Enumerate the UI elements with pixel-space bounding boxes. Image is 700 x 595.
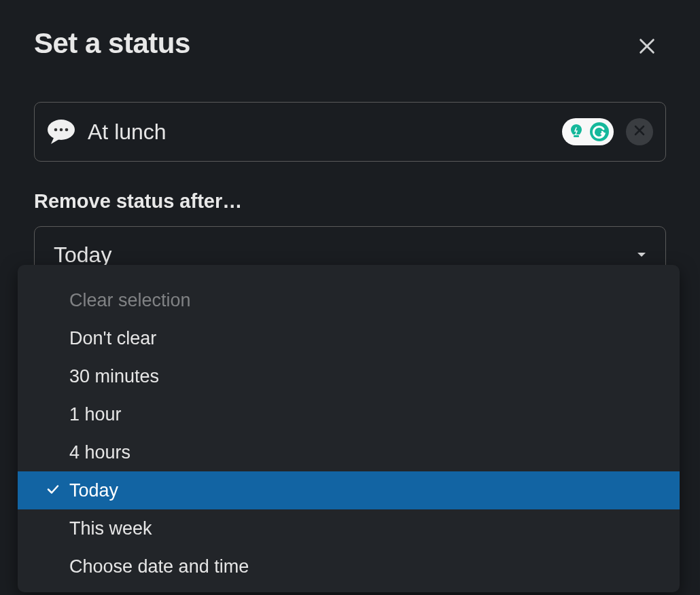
duration-select-value: Today bbox=[54, 242, 111, 268]
option-label: Today bbox=[69, 480, 118, 501]
grammarly-icon bbox=[589, 122, 610, 142]
option-4-hours[interactable]: 4 hours bbox=[18, 433, 680, 471]
option-choose-date-time[interactable]: Choose date and time bbox=[18, 547, 680, 585]
modal-title: Set a status bbox=[34, 27, 666, 60]
svg-point-5 bbox=[65, 128, 69, 132]
option-label: Don't clear bbox=[69, 328, 156, 349]
lightbulb-icon bbox=[566, 122, 587, 142]
svg-point-4 bbox=[60, 128, 63, 132]
option-label: Clear selection bbox=[69, 290, 191, 311]
duration-dropdown-menu: Clear selection Don't clear 30 minutes 1… bbox=[18, 265, 680, 592]
option-1-hour[interactable]: 1 hour bbox=[18, 395, 680, 433]
option-this-week[interactable]: This week bbox=[18, 509, 680, 547]
chevron-down-icon bbox=[637, 249, 646, 261]
option-label: This week bbox=[69, 518, 152, 539]
speech-balloon-icon bbox=[47, 135, 75, 147]
check-icon bbox=[46, 480, 60, 501]
option-label: 1 hour bbox=[69, 404, 122, 425]
status-input[interactable] bbox=[88, 120, 550, 145]
svg-point-3 bbox=[54, 128, 58, 132]
status-emoji-picker[interactable] bbox=[47, 119, 75, 145]
option-dont-clear[interactable]: Don't clear bbox=[18, 319, 680, 357]
option-label: Choose date and time bbox=[69, 556, 249, 577]
extension-pill[interactable] bbox=[562, 118, 614, 145]
option-30-minutes[interactable]: 30 minutes bbox=[18, 357, 680, 395]
close-icon bbox=[637, 37, 657, 58]
option-today[interactable]: Today bbox=[18, 471, 680, 509]
set-status-modal: Set a status bbox=[0, 0, 700, 310]
clear-status-button[interactable] bbox=[626, 118, 653, 145]
status-input-container bbox=[34, 102, 666, 162]
remove-after-label: Remove status after… bbox=[34, 190, 666, 213]
close-button[interactable] bbox=[633, 34, 661, 61]
option-label: 30 minutes bbox=[69, 366, 159, 387]
svg-rect-6 bbox=[574, 135, 579, 137]
option-label: 4 hours bbox=[69, 442, 130, 463]
x-icon bbox=[633, 124, 646, 139]
option-clear-selection[interactable]: Clear selection bbox=[18, 281, 680, 319]
